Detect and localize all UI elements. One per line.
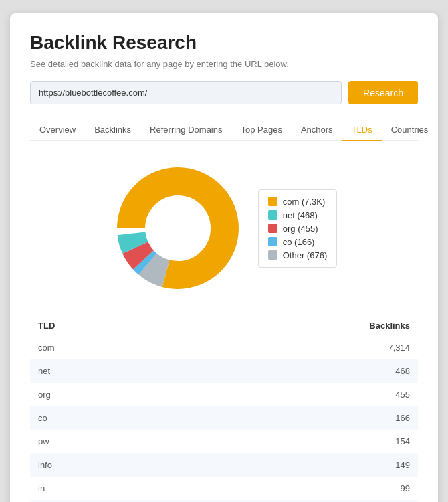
url-input[interactable] bbox=[30, 81, 342, 104]
backlinks-pw: 154 bbox=[395, 436, 410, 446]
table-row: com 7,314 bbox=[30, 336, 418, 359]
legend-label-net: net (468) bbox=[283, 210, 318, 220]
tabs-nav: Overview Backlinks Referring Domains Top… bbox=[30, 119, 418, 141]
table-row: org 455 bbox=[30, 383, 418, 406]
legend-dot-net bbox=[268, 210, 277, 220]
tab-backlinks[interactable]: Backlinks bbox=[85, 119, 140, 141]
legend-dot-other bbox=[268, 250, 277, 260]
tld-net: net bbox=[38, 366, 50, 376]
table-header-row: TLD Backlinks bbox=[30, 315, 418, 336]
donut-svg bbox=[111, 161, 245, 295]
chart-legend: com (7.3K) net (468) org (455) co (166) … bbox=[258, 189, 337, 268]
page-subtitle: See detailed backlink data for any page … bbox=[30, 59, 418, 69]
tld-info: info bbox=[38, 460, 52, 470]
donut-hole bbox=[146, 196, 210, 260]
tld-table: TLD Backlinks com 7,314 net 468 org 455 … bbox=[30, 315, 418, 502]
tab-overview[interactable]: Overview bbox=[30, 119, 85, 141]
legend-dot-org bbox=[268, 224, 277, 233]
legend-item-co: co (166) bbox=[268, 237, 327, 247]
legend-item-org: org (455) bbox=[268, 224, 327, 234]
tab-countries[interactable]: Countries bbox=[382, 119, 438, 141]
backlinks-in: 99 bbox=[401, 483, 410, 493]
legend-item-net: net (468) bbox=[268, 210, 327, 220]
tab-tlds[interactable]: TLDs bbox=[342, 119, 382, 141]
tld-org: org bbox=[38, 390, 51, 400]
tld-com: com bbox=[38, 343, 55, 353]
legend-item-com: com (7.3K) bbox=[268, 197, 327, 207]
legend-label-com: com (7.3K) bbox=[283, 197, 326, 207]
col-header-tld: TLD bbox=[38, 321, 55, 331]
search-row: Research bbox=[30, 81, 418, 104]
backlinks-net: 468 bbox=[395, 366, 410, 376]
backlinks-com: 7,314 bbox=[388, 343, 410, 353]
tld-pw: pw bbox=[38, 436, 49, 446]
legend-label-org: org (455) bbox=[283, 224, 318, 234]
table-row: co 166 bbox=[30, 406, 418, 430]
backlinks-info: 149 bbox=[395, 460, 410, 470]
legend-item-other: Other (676) bbox=[268, 250, 327, 260]
tld-in: in bbox=[38, 483, 45, 493]
table-row: in 99 bbox=[30, 477, 418, 500]
tab-anchors[interactable]: Anchors bbox=[292, 119, 342, 141]
research-button[interactable]: Research bbox=[348, 81, 418, 104]
table-row: net 468 bbox=[30, 359, 418, 383]
table-row: pw 154 bbox=[30, 430, 418, 453]
col-header-backlinks: Backlinks bbox=[369, 321, 410, 331]
donut-chart bbox=[111, 161, 245, 295]
legend-dot-co bbox=[268, 237, 277, 246]
page-title: Backlink Research bbox=[30, 32, 418, 54]
main-card: Backlink Research See detailed backlink … bbox=[10, 13, 438, 502]
chart-section: com (7.3K) net (468) org (455) co (166) … bbox=[30, 141, 418, 309]
backlinks-co: 166 bbox=[395, 413, 410, 423]
legend-dot-com bbox=[268, 197, 277, 206]
tab-top-pages[interactable]: Top Pages bbox=[231, 119, 291, 141]
legend-label-other: Other (676) bbox=[283, 250, 327, 260]
backlinks-org: 455 bbox=[395, 390, 410, 400]
legend-label-co: co (166) bbox=[283, 237, 315, 247]
tld-co: co bbox=[38, 413, 47, 423]
table-row: info 149 bbox=[30, 453, 418, 477]
tab-referring-domains[interactable]: Referring Domains bbox=[140, 119, 231, 141]
